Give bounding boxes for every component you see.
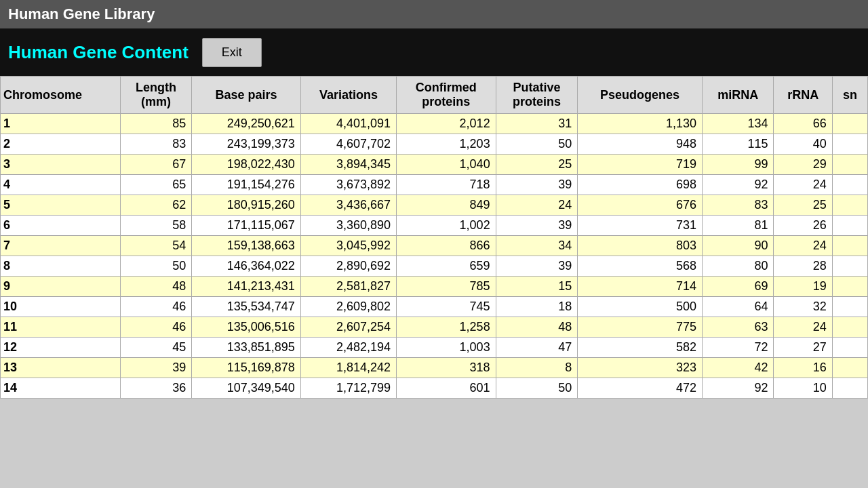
col-header-putativeProteins: Putative proteins xyxy=(496,77,578,114)
cell-basePairs: 135,534,747 xyxy=(192,297,300,317)
cell-pseudogenes: 500 xyxy=(578,297,703,317)
cell-chromosome: 8 xyxy=(1,256,121,277)
cell-pseudogenes: 698 xyxy=(578,175,703,195)
cell-mirna: 63 xyxy=(702,317,774,338)
cell-mirna: 64 xyxy=(702,297,774,317)
cell-chromosome: 13 xyxy=(1,358,121,378)
cell-putativeProteins: 39 xyxy=(496,175,578,195)
cell-mirna: 81 xyxy=(702,216,774,236)
cell-variations: 3,436,667 xyxy=(300,195,396,216)
cell-length: 50 xyxy=(120,256,192,277)
cell-length: 46 xyxy=(120,297,192,317)
cell-chromosome: 2 xyxy=(1,134,121,155)
cell-variations: 4,401,091 xyxy=(300,114,396,134)
cell-basePairs: 171,115,067 xyxy=(192,216,300,236)
cell-variations: 1,712,799 xyxy=(300,378,396,399)
cell-putativeProteins: 47 xyxy=(496,338,578,358)
cell-mirna: 72 xyxy=(702,338,774,358)
cell-sn xyxy=(832,378,867,399)
cell-chromosome: 9 xyxy=(1,277,121,297)
cell-confirmedProteins: 2,012 xyxy=(397,114,496,134)
cell-variations: 1,814,242 xyxy=(300,358,396,378)
col-header-basePairs: Base pairs xyxy=(192,77,300,114)
cell-pseudogenes: 676 xyxy=(578,195,703,216)
cell-confirmedProteins: 1,258 xyxy=(397,317,496,338)
cell-chromosome: 5 xyxy=(1,195,121,216)
cell-basePairs: 133,851,895 xyxy=(192,338,300,358)
cell-mirna: 92 xyxy=(702,175,774,195)
exit-button[interactable]: Exit xyxy=(202,38,262,67)
cell-rrna: 24 xyxy=(774,236,832,256)
cell-putativeProteins: 8 xyxy=(496,358,578,378)
title-bar: Human Gene Library xyxy=(0,0,868,28)
cell-length: 58 xyxy=(120,216,192,236)
cell-putativeProteins: 39 xyxy=(496,216,578,236)
cell-rrna: 24 xyxy=(774,175,832,195)
cell-rrna: 27 xyxy=(774,338,832,358)
cell-mirna: 115 xyxy=(702,134,774,155)
cell-length: 39 xyxy=(120,358,192,378)
cell-pseudogenes: 323 xyxy=(578,358,703,378)
cell-mirna: 69 xyxy=(702,277,774,297)
cell-basePairs: 191,154,276 xyxy=(192,175,300,195)
cell-mirna: 134 xyxy=(702,114,774,134)
gene-table: ChromosomeLength (mm)Base pairsVariation… xyxy=(0,76,868,399)
cell-rrna: 26 xyxy=(774,216,832,236)
col-header-mirna: miRNA xyxy=(702,77,774,114)
cell-basePairs: 146,364,022 xyxy=(192,256,300,277)
cell-pseudogenes: 731 xyxy=(578,216,703,236)
col-header-variations: Variations xyxy=(300,77,396,114)
cell-chromosome: 14 xyxy=(1,378,121,399)
cell-putativeProteins: 39 xyxy=(496,256,578,277)
cell-chromosome: 1 xyxy=(1,114,121,134)
cell-mirna: 83 xyxy=(702,195,774,216)
cell-basePairs: 107,349,540 xyxy=(192,378,300,399)
table-row: 658171,115,0673,360,8901,002397318126 xyxy=(1,216,868,236)
table-body: 185249,250,6214,401,0912,012311,13013466… xyxy=(1,114,868,399)
cell-putativeProteins: 48 xyxy=(496,317,578,338)
table-row: 1339115,169,8781,814,24231883234216 xyxy=(1,358,868,378)
cell-rrna: 40 xyxy=(774,134,832,155)
cell-chromosome: 11 xyxy=(1,317,121,338)
cell-confirmedProteins: 601 xyxy=(397,378,496,399)
table-row: 948141,213,4312,581,827785157146919 xyxy=(1,277,868,297)
cell-putativeProteins: 31 xyxy=(496,114,578,134)
cell-pseudogenes: 803 xyxy=(578,236,703,256)
cell-sn xyxy=(832,358,867,378)
cell-rrna: 28 xyxy=(774,256,832,277)
cell-variations: 3,894,345 xyxy=(300,155,396,175)
cell-chromosome: 10 xyxy=(1,297,121,317)
cell-basePairs: 243,199,373 xyxy=(192,134,300,155)
cell-confirmedProteins: 1,040 xyxy=(397,155,496,175)
cell-mirna: 80 xyxy=(702,256,774,277)
cell-sn xyxy=(832,155,867,175)
cell-putativeProteins: 18 xyxy=(496,297,578,317)
table-row: 283243,199,3734,607,7021,2035094811540 xyxy=(1,134,868,155)
table-row: 754159,138,6633,045,992866348039024 xyxy=(1,236,868,256)
cell-rrna: 32 xyxy=(774,297,832,317)
cell-sn xyxy=(832,256,867,277)
cell-sn xyxy=(832,195,867,216)
cell-rrna: 24 xyxy=(774,317,832,338)
cell-variations: 2,482,194 xyxy=(300,338,396,358)
cell-rrna: 19 xyxy=(774,277,832,297)
table-row: 367198,022,4303,894,3451,040257199929 xyxy=(1,155,868,175)
cell-confirmedProteins: 745 xyxy=(397,297,496,317)
cell-confirmedProteins: 785 xyxy=(397,277,496,297)
cell-variations: 3,045,992 xyxy=(300,236,396,256)
cell-basePairs: 249,250,621 xyxy=(192,114,300,134)
cell-basePairs: 135,006,516 xyxy=(192,317,300,338)
cell-basePairs: 141,213,431 xyxy=(192,277,300,297)
table-row: 1245133,851,8952,482,1941,003475827227 xyxy=(1,338,868,358)
table-header: ChromosomeLength (mm)Base pairsVariation… xyxy=(1,77,868,114)
cell-mirna: 92 xyxy=(702,378,774,399)
table-row: 1046135,534,7472,609,802745185006432 xyxy=(1,297,868,317)
cell-confirmedProteins: 318 xyxy=(397,358,496,378)
cell-length: 67 xyxy=(120,155,192,175)
cell-putativeProteins: 25 xyxy=(496,155,578,175)
col-header-sn: sn xyxy=(832,77,867,114)
cell-chromosome: 3 xyxy=(1,155,121,175)
cell-variations: 2,890,692 xyxy=(300,256,396,277)
cell-sn xyxy=(832,175,867,195)
cell-confirmedProteins: 659 xyxy=(397,256,496,277)
